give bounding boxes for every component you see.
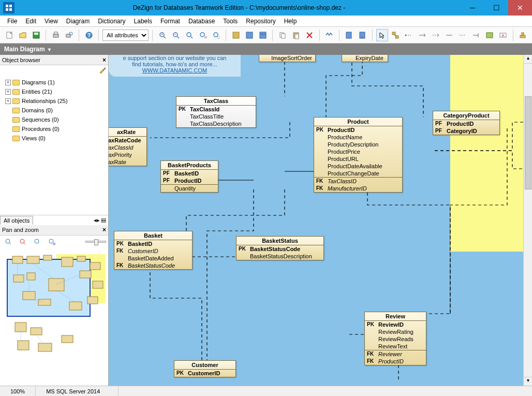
reverse-icon[interactable]: [357, 29, 368, 41]
svg-rect-35: [346, 32, 351, 38]
menu-edit[interactable]: Edit: [21, 17, 40, 26]
filter-tab[interactable]: All objects: [0, 216, 33, 225]
rel-2-icon[interactable]: [417, 29, 428, 41]
entity-taxrate[interactable]: axRate axRateCode axClassId axPriority a…: [109, 127, 147, 166]
zoom-slider[interactable]: [85, 241, 106, 243]
menu-file[interactable]: File: [3, 17, 21, 26]
tool-a-icon[interactable]: [230, 29, 242, 41]
paste-icon[interactable]: [290, 29, 302, 41]
svg-point-19: [187, 33, 191, 37]
diagram-tab-bar[interactable]: Main Diagram ▾: [0, 43, 532, 55]
svg-point-54: [6, 239, 10, 243]
expand-icon[interactable]: +: [5, 98, 11, 104]
tree-item: Domains (0): [2, 106, 106, 115]
svg-rect-82: [38, 343, 52, 351]
entity-box[interactable]: ExpiryDate: [342, 55, 388, 62]
generate-icon[interactable]: [343, 29, 354, 41]
svg-point-56: [20, 239, 24, 243]
svg-rect-38: [395, 36, 398, 38]
svg-rect-73: [80, 271, 91, 278]
menu-labels[interactable]: Labels: [130, 17, 156, 26]
brush-icon[interactable]: [99, 66, 106, 74]
entity-categoryproduct[interactable]: CategoryProduct PFProductID PFCategoryID: [433, 111, 500, 135]
filter-list-icon[interactable]: ▤: [101, 217, 106, 224]
rel-5-icon[interactable]: [457, 29, 469, 41]
menu-diagram[interactable]: Diagram: [62, 17, 94, 26]
rel-4-icon[interactable]: [444, 29, 455, 41]
zoom-100-icon[interactable]: 100: [197, 29, 209, 41]
zoom-in-icon[interactable]: +: [156, 29, 168, 41]
svg-rect-78: [87, 297, 98, 304]
close-button[interactable]: ✕: [508, 0, 532, 16]
svg-rect-71: [27, 273, 35, 280]
svg-rect-64: [12, 256, 23, 263]
pz-zoom-fit-icon[interactable]: [31, 236, 43, 248]
svg-rect-24: [217, 36, 219, 38]
entity-basket[interactable]: Basket PKBasketID FKCustomerID BasketDat…: [114, 231, 193, 270]
menu-view[interactable]: View: [40, 17, 62, 26]
entity-taxclass[interactable]: TaxClass PKTaxClassId TaxClassTitle TaxC…: [176, 96, 256, 128]
rel-1-icon[interactable]: [403, 29, 415, 41]
tool-b-icon[interactable]: [243, 29, 255, 41]
menu-database[interactable]: Database: [184, 17, 219, 26]
object-browser-header: Object browser ×: [0, 55, 108, 65]
vertical-scrollbar[interactable]: ▴ ▾: [523, 55, 532, 386]
svg-rect-68: [77, 256, 85, 261]
menu-repository[interactable]: Repository: [242, 17, 279, 26]
help-icon[interactable]: ?: [83, 29, 95, 41]
entity-review[interactable]: Review PKReviewID ReviewRating ReviewRea…: [364, 312, 426, 365]
minimize-button[interactable]: ─: [461, 0, 484, 16]
copy-icon[interactable]: [276, 29, 288, 41]
maximize-button[interactable]: ☐: [484, 0, 508, 16]
tool-c-icon[interactable]: [257, 29, 269, 41]
zoom-fit-icon[interactable]: [183, 29, 195, 41]
svg-rect-74: [93, 281, 103, 288]
zoom-region-icon[interactable]: [210, 29, 222, 41]
diagram-tab-label: Main Diagram: [4, 46, 45, 53]
menu-tools[interactable]: Tools: [219, 17, 242, 26]
pz-zoom-100-icon[interactable]: 100: [46, 236, 58, 248]
stamp-tool-icon[interactable]: [517, 29, 529, 41]
tree-item: +Diagrams (1): [2, 78, 106, 87]
label-tool-icon[interactable]: A: [497, 29, 509, 41]
svg-rect-76: [38, 299, 51, 305]
expand-icon[interactable]: +: [5, 89, 11, 95]
pointer-tool-icon[interactable]: [376, 29, 388, 41]
save-icon[interactable]: [30, 29, 42, 41]
filter-nav-icon[interactable]: ◂▸: [94, 217, 100, 224]
entity-basketstatus[interactable]: BasketStatus PKBasketStatusCode BasketSt…: [236, 236, 324, 260]
object-tree[interactable]: +Diagrams (1) +Entities (21) +Relationsh…: [0, 75, 108, 215]
expand-icon[interactable]: +: [5, 80, 11, 85]
entity-basketproducts[interactable]: BasketProducts PFBasketID PFProductID Qu…: [160, 160, 218, 193]
left-panel: Object browser × +Diagrams (1) +Entities…: [0, 55, 109, 386]
app-icon: [3, 2, 14, 13]
delete-icon[interactable]: [303, 29, 315, 41]
minimap[interactable]: [0, 248, 108, 386]
new-icon[interactable]: [3, 29, 15, 41]
view-tool-icon[interactable]: [484, 29, 496, 41]
help-link[interactable]: WWW.DATANAMIC.COM: [142, 67, 207, 74]
diagram-canvas[interactable]: e support section on our website you can…: [109, 55, 532, 386]
pz-zoom-in-icon[interactable]: [2, 236, 14, 248]
menu-format[interactable]: Format: [156, 17, 184, 26]
validate-icon[interactable]: [323, 29, 335, 41]
open-icon[interactable]: [17, 29, 28, 41]
menu-help[interactable]: Help: [280, 17, 301, 26]
print-preview-icon[interactable]: [63, 29, 75, 41]
entity-box[interactable]: ImageSortOrder: [259, 55, 316, 62]
rel-6-icon[interactable]: [470, 29, 482, 41]
zoom-out-icon[interactable]: −: [170, 29, 182, 41]
menu-dictionary[interactable]: Dictionary: [94, 17, 129, 26]
print-icon[interactable]: [50, 29, 62, 41]
tree-item: +Entities (21): [2, 87, 106, 96]
panel-close-icon[interactable]: ×: [102, 56, 106, 64]
entity-tool-icon[interactable]: [390, 29, 402, 41]
rel-3-icon[interactable]: [430, 29, 442, 41]
entity-customer[interactable]: Customer PKCustomerID: [174, 360, 236, 377]
tree-item: +Relationships (25): [2, 96, 106, 106]
attribute-selector[interactable]: All attributes: [102, 30, 149, 41]
entity-product[interactable]: Product PKProductID ProductName Producty…: [314, 117, 403, 193]
panel-close-icon[interactable]: ×: [102, 226, 106, 233]
pz-zoom-out-icon[interactable]: [17, 236, 29, 248]
help-box: e support section on our website you can…: [109, 55, 241, 77]
